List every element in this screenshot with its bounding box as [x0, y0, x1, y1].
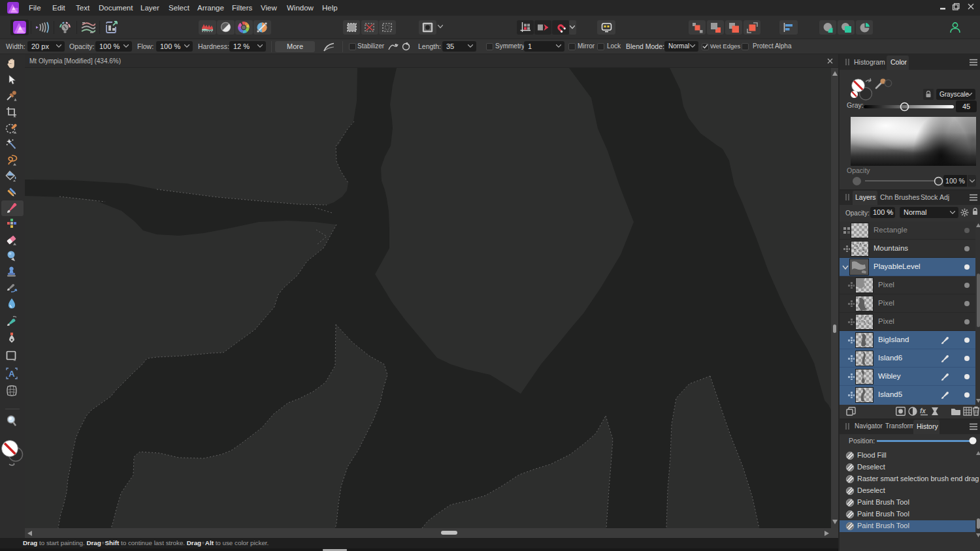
svg-text:fx: fx	[920, 407, 926, 415]
svg-text:A: A	[8, 369, 15, 379]
